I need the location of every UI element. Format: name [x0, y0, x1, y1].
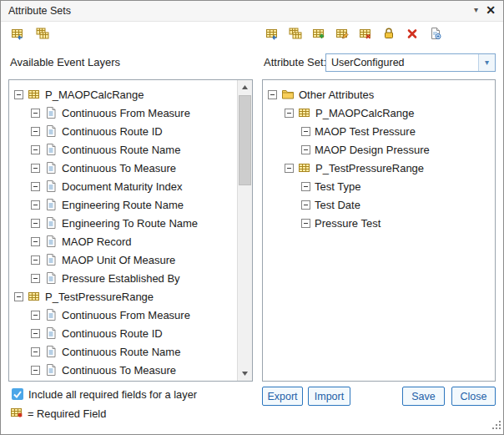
tree-item[interactable]: Test Date	[263, 195, 495, 214]
tree-item[interactable]: Continuous To Measure	[9, 361, 238, 379]
collapse-expander-icon[interactable]	[285, 109, 294, 118]
tree-item[interactable]: MAOP Unit Of Measure	[9, 250, 238, 269]
collapse-expander-icon[interactable]	[31, 145, 40, 154]
collapse-expander-icon[interactable]	[31, 311, 40, 320]
tree-item[interactable]: Document Maturity Index	[9, 177, 238, 195]
collapse-expander-icon[interactable]	[31, 347, 40, 357]
chevron-down-icon[interactable]: ▾	[478, 54, 495, 71]
tree-item[interactable]: MAOP Record	[9, 232, 238, 250]
collapse-expander-icon[interactable]	[31, 274, 40, 283]
collapse-expander-icon[interactable]	[285, 164, 294, 173]
scroll-up-icon[interactable]	[238, 80, 252, 94]
available-layers-panel: P_MAOPCalcRangeContinuous From MeasureCo…	[8, 79, 253, 382]
doc-icon	[44, 308, 58, 321]
tree-item[interactable]: MAOP Design Pressure	[263, 140, 495, 159]
tree-item-label: MAOP Record	[62, 235, 132, 248]
collapse-expander-icon[interactable]	[31, 127, 40, 136]
collapse-expander-icon[interactable]	[268, 90, 277, 99]
add-all-event-layers-button[interactable]	[34, 26, 51, 43]
tree-item-label: Document Maturity Index	[62, 180, 183, 193]
tree-item[interactable]: Continuous From Measure	[9, 104, 238, 122]
attribute-sets-dialog: Attribute Sets ▾ ✕ Available Event Layer…	[0, 0, 504, 435]
rename-attribute-set-button[interactable]	[334, 26, 350, 43]
doc-icon	[44, 124, 58, 138]
tree-item[interactable]: Continuous Route ID	[9, 324, 238, 342]
available-layers-tree: P_MAOPCalcRangeContinuous From MeasureCo…	[9, 80, 238, 381]
close-icon[interactable]: ✕	[486, 3, 496, 17]
combo-value: UserConfigured	[326, 54, 478, 71]
scrollbar-thumb[interactable]	[239, 95, 251, 185]
tree-item-label: P_TestPressureRange	[45, 291, 154, 303]
collapse-expander-icon[interactable]	[14, 90, 23, 99]
include-required-label: Include all required fields for a layer	[28, 388, 197, 401]
collapse-expander-icon[interactable]	[301, 127, 310, 136]
collapse-expander-icon[interactable]	[301, 200, 310, 210]
collapse-expander-icon[interactable]	[31, 255, 40, 265]
tree-item[interactable]: Continuous To Measure	[9, 159, 238, 177]
tree-item-label: Test Date	[315, 199, 360, 211]
collapse-expander-icon[interactable]	[301, 182, 310, 191]
tree-item[interactable]: Test Type	[263, 177, 495, 195]
scroll-down-icon[interactable]	[238, 367, 252, 381]
collapse-expander-icon[interactable]	[31, 219, 40, 228]
collapse-expander-icon[interactable]	[31, 200, 40, 210]
delete-attribute-set-button[interactable]	[404, 26, 421, 43]
collapse-expander-icon[interactable]	[31, 164, 40, 173]
doc-icon	[44, 143, 58, 156]
lock-attribute-set-button[interactable]	[381, 26, 397, 43]
tree-item-label: Test Type	[315, 180, 360, 193]
tree-item-label: MAOP Design Pressure	[315, 144, 430, 156]
tree-item[interactable]: Pressure Established By	[9, 269, 238, 287]
collapse-expander-icon[interactable]	[301, 219, 310, 228]
collapse-expander-icon[interactable]	[31, 237, 40, 246]
collapse-expander-icon[interactable]	[31, 109, 40, 118]
add-attribute-button[interactable]	[264, 26, 280, 43]
red-x-icon	[406, 27, 419, 43]
tree-item-label: Continuous From Measure	[62, 107, 190, 119]
tree-item[interactable]: Engineering To Route Name	[9, 214, 238, 232]
doc-icon	[44, 161, 58, 175]
collapse-expander-icon[interactable]	[301, 145, 310, 154]
collapse-expander-icon[interactable]	[31, 182, 40, 191]
scrollbar[interactable]	[237, 80, 252, 381]
tree-item[interactable]: Pressure Test	[263, 214, 495, 232]
tree-item[interactable]: Engineering Route Name	[9, 195, 238, 214]
close-button[interactable]: Close	[451, 387, 496, 406]
doc-icon	[44, 326, 58, 340]
collapse-expander-icon[interactable]	[31, 366, 40, 375]
collapse-expander-icon[interactable]	[14, 292, 23, 301]
attribute-set-report-button[interactable]	[427, 26, 444, 43]
add-all-attributes-button[interactable]	[287, 26, 304, 43]
export-button[interactable]: Export	[262, 387, 303, 406]
tree-item[interactable]: Other Attributes	[263, 85, 495, 104]
tree-item[interactable]: Continuous Route ID	[9, 122, 238, 140]
pin-menu-icon[interactable]: ▾	[474, 5, 478, 14]
table-icon	[28, 88, 41, 101]
title-bar[interactable]: Attribute Sets ▾ ✕	[1, 1, 503, 22]
add-event-layer-button[interactable]	[9, 26, 26, 43]
import-button[interactable]: Import	[308, 387, 350, 406]
save-button[interactable]: Save	[402, 387, 445, 406]
include-required-checkbox[interactable]	[12, 388, 23, 400]
tree-item[interactable]: Continuous Route Name	[9, 140, 238, 159]
tree-item-label: Continuous To Measure	[62, 364, 176, 377]
attribute-set-tree: Other AttributesP_MAOPCalcRangeMAOP Test…	[263, 80, 495, 381]
new-attribute-set-button[interactable]	[310, 26, 327, 43]
tree-item[interactable]: Continuous Route Name	[9, 342, 238, 361]
tree-item[interactable]: P_TestPressureRange	[9, 287, 238, 306]
remove-attribute-button[interactable]	[357, 26, 374, 43]
attribute-set-panel: Other AttributesP_MAOPCalcRangeMAOP Test…	[262, 79, 496, 382]
tree-item[interactable]: MAOP Test Pressure	[263, 122, 495, 140]
attribute-set-combo[interactable]: UserConfigured ▾	[325, 53, 496, 72]
tree-item[interactable]: P_MAOPCalcRange	[263, 104, 495, 122]
resize-grip-icon[interactable]	[492, 420, 501, 432]
doc-icon	[44, 271, 58, 285]
doc-icon	[44, 235, 58, 248]
collapse-expander-icon[interactable]	[31, 329, 40, 338]
tree-item[interactable]: Continuous From Measure	[9, 306, 238, 324]
tree-item[interactable]: P_MAOPCalcRange	[9, 85, 238, 104]
table-x-icon	[359, 27, 372, 43]
tree-item[interactable]: P_TestPressureRange	[263, 159, 495, 177]
available-layers-label: Available Event Layers	[10, 53, 120, 72]
tree-item-label: Pressure Established By	[62, 272, 180, 285]
